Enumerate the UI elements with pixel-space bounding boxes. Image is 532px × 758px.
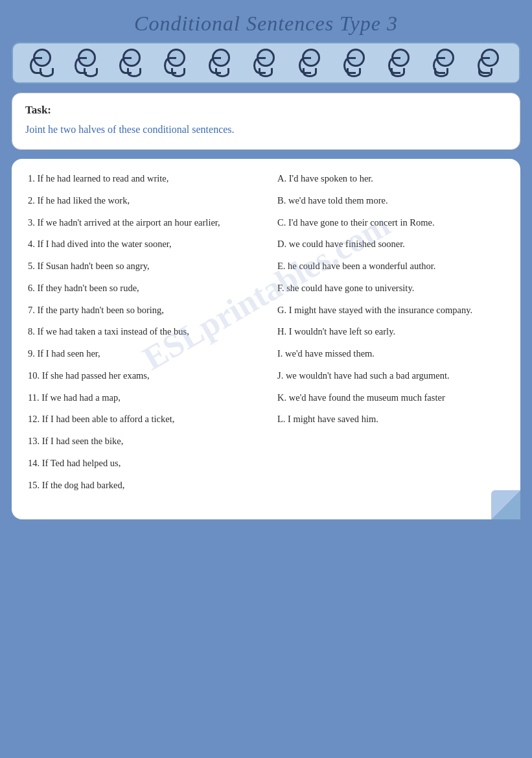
right-sentence-item: G. I might have stayed with the insuranc… xyxy=(277,303,507,318)
spiral-ring xyxy=(212,49,230,67)
spiral-ring xyxy=(167,49,185,67)
left-sentence-item: 5. If Susan hadn't been so angry, xyxy=(28,259,258,274)
spiral-ring xyxy=(481,49,499,67)
left-sentence-item: 12. If I had been able to afford a ticke… xyxy=(28,412,258,427)
task-box: Task: Joint he two halves of these condi… xyxy=(12,93,520,150)
right-sentence-item: E. he could have been a wonderful author… xyxy=(277,259,507,274)
left-sentence-item: 15. If the dog had barked, xyxy=(28,479,258,493)
right-sentence-item: D. we could have finished sooner. xyxy=(277,237,507,252)
left-column: 1. If he had learned to read and write,2… xyxy=(18,172,264,500)
right-sentence-item: A. I'd have spoken to her. xyxy=(277,172,507,186)
spiral-ring xyxy=(391,49,410,67)
left-sentence-item: 8. If we had taken a taxi instead of the… xyxy=(28,325,258,339)
right-sentence-item: C. I'd have gone to their concert in Rom… xyxy=(277,216,507,230)
right-sentence-item: K. we'd have found the museum much faste… xyxy=(277,391,507,405)
left-sentence-item: 7. If the party hadn't been so boring, xyxy=(28,303,258,318)
left-sentence-item: 9. If I had seen her, xyxy=(28,347,258,361)
left-sentence-item: 2. If he had liked the work, xyxy=(28,194,258,208)
left-sentence-item: 13. If I had seen the bike, xyxy=(28,434,258,449)
right-sentence-item: F. she could have gone to university. xyxy=(277,281,507,296)
task-instruction: Joint he two halves of these conditional… xyxy=(25,122,507,137)
content-area: 1. If he had learned to read and write,2… xyxy=(12,159,520,519)
left-sentence-item: 6. If they hadn't been so rude, xyxy=(28,281,258,296)
left-sentence-item: 10. If she had passed her exams, xyxy=(28,369,258,383)
spiral-ring xyxy=(122,49,141,67)
right-column: A. I'd have spoken to her.B. we'd have t… xyxy=(271,172,514,500)
right-sentence-item: I. we'd have missed them. xyxy=(277,347,507,361)
left-sentence-item: 3. If we hadn't arrived at the airport a… xyxy=(28,216,258,230)
spiral-notebook xyxy=(12,42,520,84)
page-title: Conditional Sentences Type 3 xyxy=(0,0,532,42)
right-sentence-item: L. I might have saved him. xyxy=(277,412,507,427)
right-sentence-item: B. we'd have told them more. xyxy=(277,194,507,208)
left-sentence-item: 4. If I had dived into the water sooner, xyxy=(28,237,258,252)
spiral-ring xyxy=(302,49,320,67)
spiral-ring xyxy=(33,49,51,67)
spiral-ring xyxy=(78,49,96,67)
spiral-ring xyxy=(347,49,365,67)
spiral-ring xyxy=(436,49,454,67)
left-sentence-item: 14. If Ted had helped us, xyxy=(28,456,258,471)
page-curl xyxy=(491,490,520,519)
left-sentence-item: 1. If he had learned to read and write, xyxy=(28,172,258,186)
spiral-top-row xyxy=(13,43,519,67)
right-sentence-item: H. I wouldn't have left so early. xyxy=(277,325,507,339)
task-label: Task: xyxy=(25,104,507,117)
spiral-ring xyxy=(257,49,275,67)
left-sentence-item: 11. If we had had a map, xyxy=(28,391,258,405)
right-sentence-item: J. we wouldn't have had such a bad argum… xyxy=(277,369,507,383)
